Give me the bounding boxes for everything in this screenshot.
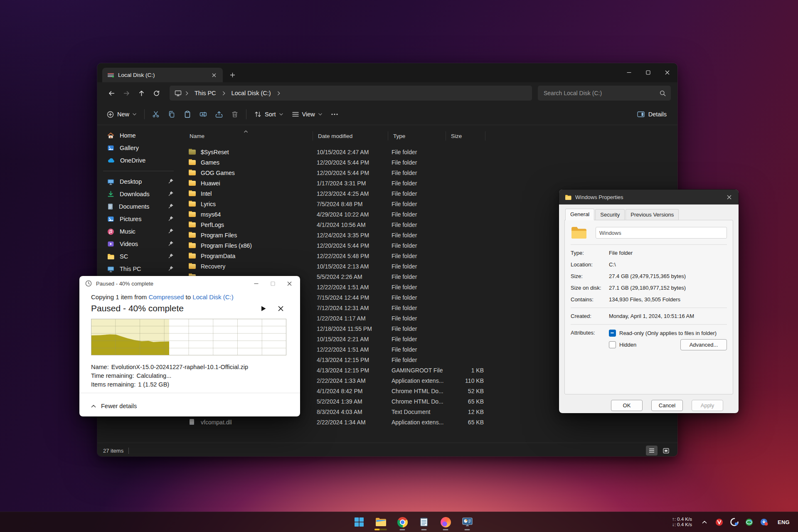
item-count: 27 items	[103, 448, 129, 454]
folder-name-field[interactable]	[596, 227, 727, 239]
pin-icon[interactable]	[168, 203, 174, 210]
column-header-name[interactable]: Name	[185, 131, 313, 140]
chrome-taskbar-button[interactable]	[393, 513, 412, 531]
breadcrumb-this-pc[interactable]: This PC	[192, 89, 219, 97]
up-button[interactable]	[134, 86, 149, 100]
close-button[interactable]	[720, 190, 739, 204]
thumbnails-view-button[interactable]	[660, 446, 672, 456]
forward-button[interactable]	[119, 86, 134, 100]
maximize-button[interactable]	[264, 277, 281, 290]
pin-icon[interactable]	[168, 228, 174, 235]
firefox-taskbar-button[interactable]	[436, 513, 455, 531]
hidden-checkbox[interactable]	[609, 341, 616, 348]
breadcrumb[interactable]: This PC Local Disk (C:)	[170, 86, 532, 101]
properties-info-grid: Type: File folder Location: C:\ Size: 27…	[571, 250, 727, 303]
close-button[interactable]	[281, 277, 298, 290]
cut-button[interactable]	[148, 107, 164, 122]
column-header-type[interactable]: Type	[388, 131, 446, 140]
tab-general[interactable]: General	[565, 209, 594, 220]
tab-security[interactable]: Security	[595, 209, 625, 221]
table-row[interactable]: Huawei 1/17/2024 3:31 PM File folder	[185, 178, 674, 188]
search-input[interactable]	[543, 89, 660, 97]
refresh-button[interactable]	[149, 86, 164, 100]
maximize-button[interactable]	[638, 63, 658, 81]
table-row[interactable]: $SysReset 10/15/2024 2:47 AM File folder	[185, 147, 674, 157]
downloader-tray-icon[interactable]	[760, 518, 768, 526]
file-icon	[189, 263, 196, 269]
sidebar-item-documents[interactable]: Documents	[99, 200, 178, 213]
close-button[interactable]	[658, 63, 677, 81]
sidebar-item-desktop[interactable]: Desktop	[99, 175, 178, 188]
sidebar-item-onedrive[interactable]: OneDrive	[99, 154, 178, 167]
pin-icon[interactable]	[168, 178, 174, 185]
more-options-button[interactable]	[327, 107, 342, 122]
sidebar-item-home[interactable]: Home	[99, 129, 178, 142]
upload-speed: ↑: 0.4 K/s	[672, 517, 692, 522]
pin-icon[interactable]	[168, 241, 174, 247]
pin-icon[interactable]	[168, 216, 174, 222]
readonly-checkbox[interactable]	[609, 330, 616, 337]
tray-chevron-button[interactable]	[700, 518, 709, 526]
sidebar-item-gallery[interactable]: Gallery	[99, 142, 178, 154]
cancel-copy-button[interactable]	[278, 306, 283, 311]
table-row[interactable]: Games 12/20/2024 5:44 PM File folder	[185, 157, 674, 167]
assistant-tray-icon[interactable]	[730, 518, 739, 526]
paste-button[interactable]	[180, 107, 195, 122]
column-header-date-modified[interactable]: Date modified	[313, 131, 388, 140]
new-button[interactable]: New	[102, 107, 141, 122]
table-row[interactable]: GOG Games 12/20/2024 5:44 PM File folder	[185, 167, 674, 178]
sidebar-item-sc[interactable]: SC	[99, 250, 178, 263]
property-value: C:\	[609, 261, 727, 268]
network-app-tray-icon[interactable]	[745, 518, 754, 526]
sidebar-item-pictures[interactable]: Pictures	[99, 213, 178, 225]
antivirus-tray-icon[interactable]	[715, 518, 724, 526]
pin-icon[interactable]	[168, 266, 174, 272]
column-header-size[interactable]: Size	[446, 131, 485, 140]
minimize-button[interactable]	[248, 277, 264, 290]
file-name: Program Files	[201, 232, 237, 239]
table-row[interactable]: vfcompat.dll 2/22/2024 1:34 AM Applicati…	[185, 417, 674, 427]
fewer-details-toggle[interactable]: Fewer details	[91, 403, 137, 409]
notepad-taskbar-button[interactable]	[414, 513, 433, 531]
start-button[interactable]	[350, 513, 369, 531]
minimize-button[interactable]	[619, 63, 638, 81]
copy-summary-prefix: Copying 1 item from	[91, 293, 147, 300]
sidebar-item-videos[interactable]: Videos	[99, 238, 178, 250]
copy-button[interactable]	[164, 107, 180, 122]
pin-icon[interactable]	[168, 253, 174, 260]
destination-folder-link[interactable]: Local Disk (C:)	[192, 293, 233, 300]
breadcrumb-local-disk-c[interactable]: Local Disk (C:)	[229, 89, 273, 97]
sort-button[interactable]: Sort	[250, 107, 288, 122]
sidebar-item-music[interactable]: Music	[99, 225, 178, 238]
ok-button[interactable]: OK	[611, 400, 643, 411]
file-explorer-taskbar-button[interactable]	[371, 513, 390, 531]
file-type: File folder	[392, 305, 449, 311]
new-tab-button[interactable]	[226, 69, 239, 81]
source-folder-link[interactable]: Compressed	[148, 293, 184, 300]
file-icon	[189, 180, 196, 186]
sidebar-item-this-pc[interactable]: This PC	[99, 263, 178, 275]
details-view-button[interactable]	[646, 446, 658, 456]
tab-close-icon[interactable]	[209, 71, 219, 80]
tab-local-disk-c[interactable]: Local Disk (C:)	[102, 68, 223, 82]
language-indicator[interactable]: ENG	[775, 519, 792, 525]
tab-previous-versions[interactable]: Previous Versions	[626, 209, 679, 221]
apply-button[interactable]: Apply	[692, 400, 723, 411]
network-speed-indicator[interactable]: ↑: 0.4 K/s ↓: 0.4 K/s	[672, 517, 692, 527]
view-button[interactable]: View	[288, 107, 327, 122]
file-date-modified: 12/24/2024 3:35 PM	[317, 232, 392, 239]
resume-button[interactable]	[261, 305, 266, 312]
file-icon	[189, 170, 196, 176]
column-label: Name	[190, 133, 204, 139]
chevron-down-icon	[279, 113, 283, 116]
back-button[interactable]	[104, 86, 119, 100]
share-button[interactable]	[211, 107, 227, 122]
sidebar-item-downloads[interactable]: Downloads	[99, 188, 178, 200]
rename-button[interactable]	[195, 107, 211, 122]
details-pane-button[interactable]: Details	[633, 107, 671, 122]
pin-icon[interactable]	[168, 191, 174, 197]
delete-button[interactable]	[227, 107, 243, 122]
cancel-button[interactable]: Cancel	[651, 400, 683, 411]
system-monitor-taskbar-button[interactable]	[458, 513, 477, 531]
advanced-button[interactable]: Advanced...	[680, 339, 727, 350]
